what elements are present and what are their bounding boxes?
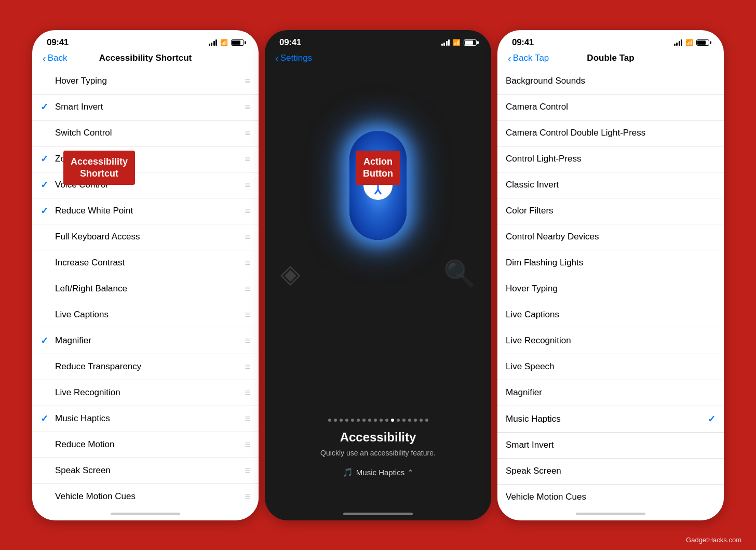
drag-handle-left-6[interactable]: ≡ <box>245 232 250 243</box>
drag-handle-left-13[interactable]: ≡ <box>245 413 250 424</box>
drag-handle-left-0[interactable]: ≡ <box>245 76 250 87</box>
item-label-left-10: Magnifier <box>55 336 245 346</box>
list-item-right-10[interactable]: Live Recognition <box>497 328 724 354</box>
list-item-right-0[interactable]: Background Sounds <box>497 69 724 95</box>
list-right: Background Sounds Camera Control Camera … <box>497 69 724 508</box>
red-label-middle: ActionButton <box>356 151 400 185</box>
signal-icon-middle <box>441 39 450 46</box>
list-item-left-2[interactable]: Switch Control ≡ <box>32 120 259 146</box>
page-dot-11 <box>391 419 394 422</box>
nav-bar-middle: ‹ Settings <box>265 51 491 69</box>
check-icon-left-13: ✓ <box>40 413 55 424</box>
list-item-right-1[interactable]: Camera Control <box>497 95 724 120</box>
drag-handle-left-16[interactable]: ≡ <box>245 491 250 502</box>
item-label-right-15: Speak Screen <box>506 466 716 476</box>
action-button-glow <box>349 131 407 240</box>
list-item-left-8[interactable]: Left/Right Balance ≡ <box>32 276 259 302</box>
list-left: Hover Typing ≡ ✓ Smart Invert ≡ Switch C… <box>32 69 259 508</box>
list-item-right-2[interactable]: Camera Control Double Light-Press <box>497 120 724 146</box>
item-label-right-12: Magnifier <box>506 387 716 398</box>
list-item-right-8[interactable]: Hover Typing <box>497 276 724 302</box>
item-label-right-1: Camera Control <box>506 102 716 112</box>
list-item-left-6[interactable]: Full Keyboard Access ≡ <box>32 224 259 250</box>
action-screen: Accessibility Quickly use an accessibili… <box>265 69 491 508</box>
back-label-left: Back <box>48 53 68 63</box>
svg-line-4 <box>378 190 381 194</box>
list-item-right-5[interactable]: Color Filters <box>497 198 724 224</box>
list-item-right-6[interactable]: Control Nearby Devices <box>497 224 724 250</box>
list-item-right-13[interactable]: Music Haptics ✓ <box>497 406 724 433</box>
drag-handle-left-14[interactable]: ≡ <box>245 439 250 450</box>
back-button-middle[interactable]: ‹ Settings <box>275 53 312 63</box>
status-bar-left: 09:41 📶 <box>32 30 259 51</box>
page-dot-12 <box>397 419 400 422</box>
list-item-left-15[interactable]: Speak Screen ≡ <box>32 458 259 484</box>
drag-handle-left-15[interactable]: ≡ <box>245 465 250 476</box>
list-item-right-9[interactable]: Live Captions <box>497 302 724 328</box>
item-label-left-15: Speak Screen <box>55 465 245 476</box>
item-label-left-13: Music Haptics <box>55 413 245 424</box>
drag-handle-left-2[interactable]: ≡ <box>245 128 250 139</box>
home-indicator-middle <box>343 513 413 515</box>
list-item-right-4[interactable]: Classic Invert <box>497 172 724 198</box>
page-dot-4 <box>351 419 354 422</box>
list-item-left-13[interactable]: ✓ Music Haptics ≡ <box>32 406 259 432</box>
page-dot-1 <box>334 419 337 422</box>
page-dot-8 <box>374 419 377 422</box>
drag-handle-left-11[interactable]: ≡ <box>245 361 250 372</box>
list-item-left-16[interactable]: Vehicle Motion Cues ≡ <box>32 484 259 508</box>
page-dot-9 <box>380 419 383 422</box>
list-item-right-3[interactable]: Control Light-Press <box>497 146 724 172</box>
list-item-left-14[interactable]: Reduce Motion ≡ <box>32 432 259 458</box>
list-item-left-12[interactable]: Live Recognition ≡ <box>32 380 259 406</box>
list-item-right-16[interactable]: Vehicle Motion Cues <box>497 485 724 508</box>
list-item-right-14[interactable]: Smart Invert <box>497 433 724 459</box>
page-dot-10 <box>385 419 388 422</box>
item-label-left-7: Increase Contrast <box>55 258 245 268</box>
item-label-right-3: Control Light-Press <box>506 154 716 164</box>
phone-middle: 09:41 📶 ‹ Settings Action <box>265 30 491 520</box>
item-label-left-0: Hover Typing <box>55 76 245 86</box>
drag-handle-left-4[interactable]: ≡ <box>245 180 250 191</box>
list-item-right-11[interactable]: Live Speech <box>497 354 724 380</box>
list-item-left-5[interactable]: ✓ Reduce White Point ≡ <box>32 198 259 224</box>
item-label-right-9: Live Captions <box>506 310 716 320</box>
item-label-right-13: Music Haptics <box>506 414 708 424</box>
red-label-left: AccessibilityShortcut <box>63 151 135 185</box>
back-chevron-middle: ‹ <box>275 53 279 63</box>
back-button-right[interactable]: ‹ Back Tap <box>508 53 549 63</box>
drag-handle-left-3[interactable]: ≡ <box>245 154 250 165</box>
item-label-left-2: Switch Control <box>55 128 245 138</box>
list-item-left-9[interactable]: Live Captions ≡ <box>32 302 259 328</box>
list-item-right-15[interactable]: Speak Screen <box>497 459 724 485</box>
list-item-right-7[interactable]: Dim Flashing Lights <box>497 250 724 276</box>
list-item-left-7[interactable]: Increase Contrast ≡ <box>32 250 259 276</box>
item-label-left-16: Vehicle Motion Cues <box>55 491 245 502</box>
list-item-left-0[interactable]: Hover Typing ≡ <box>32 69 259 95</box>
check-icon-left-10: ✓ <box>40 335 55 346</box>
check-icon-left-4: ✓ <box>40 179 55 191</box>
list-item-right-12[interactable]: Magnifier <box>497 380 724 406</box>
drag-handle-left-12[interactable]: ≡ <box>245 387 250 398</box>
back-chevron-right: ‹ <box>508 53 511 63</box>
item-label-right-16: Vehicle Motion Cues <box>506 492 716 502</box>
back-label-middle: Settings <box>280 53 312 63</box>
item-label-left-12: Live Recognition <box>55 387 245 398</box>
drag-handle-left-5[interactable]: ≡ <box>245 206 250 217</box>
battery-icon-middle <box>464 39 477 46</box>
back-button-left[interactable]: ‹ Back <box>43 53 67 63</box>
drag-handle-left-9[interactable]: ≡ <box>245 310 250 320</box>
wifi-icon-right: 📶 <box>685 39 693 46</box>
status-time-left: 09:41 <box>47 37 69 48</box>
item-label-right-4: Classic Invert <box>506 180 716 190</box>
item-label-left-11: Reduce Transparency <box>55 361 245 372</box>
drag-handle-left-7[interactable]: ≡ <box>245 258 250 269</box>
list-item-left-1[interactable]: ✓ Smart Invert ≡ <box>32 95 259 120</box>
nav-bar-right: ‹ Back Tap Double Tap <box>497 51 724 69</box>
list-item-left-10[interactable]: ✓ Magnifier ≡ <box>32 328 259 354</box>
drag-handle-left-10[interactable]: ≡ <box>245 336 250 346</box>
check-icon-left-3: ✓ <box>40 153 55 165</box>
drag-handle-left-1[interactable]: ≡ <box>245 102 250 113</box>
list-item-left-11[interactable]: Reduce Transparency ≡ <box>32 354 259 380</box>
drag-handle-left-8[interactable]: ≡ <box>245 284 250 294</box>
